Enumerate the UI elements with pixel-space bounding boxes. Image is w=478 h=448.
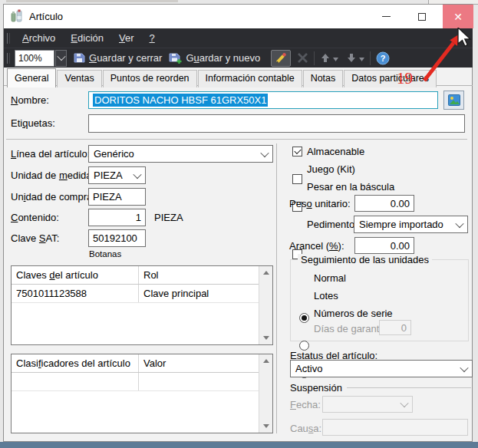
window-title: Artículo (29, 11, 63, 22)
claves-table-header: Claves del artículo Rol (12, 266, 259, 285)
column-divider (276, 143, 277, 433)
picture-icon (448, 94, 460, 106)
minimize-button[interactable] (369, 5, 404, 28)
clasificadores-table[interactable]: Clasificadores del artículo Valor (11, 354, 273, 433)
tab-general[interactable]: General (7, 68, 56, 87)
linea-label: Línea del artículo: (11, 148, 90, 160)
radio-normal-label: Normal (314, 272, 346, 284)
peso-unitario-label: Peso unitario: (289, 198, 351, 209)
chevron-down-icon (260, 148, 269, 156)
menu-edicion[interactable]: Edición (63, 32, 111, 44)
toolbar-separator (314, 51, 315, 65)
clave-sat-label: Clave SAT: (11, 232, 59, 244)
seguimiento-title: Seguimiento de las unidades (298, 254, 432, 265)
tab-notas[interactable]: Notas (303, 70, 344, 87)
image-button[interactable] (443, 91, 464, 110)
clasificador-cell (12, 373, 139, 390)
juego-label: Juego (Kit) (307, 163, 355, 175)
unidad-medida-label: Unidad de medida: (11, 170, 94, 181)
arrow-down-caret-icon (359, 58, 364, 61)
menu-archivo[interactable]: Archivo (15, 32, 63, 44)
etiquetas-input[interactable] (88, 114, 465, 133)
juego-checkbox[interactable] (292, 174, 302, 184)
claves-col2-header: Rol (139, 269, 259, 281)
dias-garantia-input[interactable]: 0 (379, 320, 411, 335)
clave-sat-descripcion: Botanas (89, 249, 121, 259)
move-up-button[interactable] (320, 52, 338, 64)
scroll-down-icon[interactable] (263, 424, 269, 428)
zoom-dropdown-button[interactable] (55, 50, 67, 67)
app-icon (10, 9, 24, 23)
etiquetas-label: Etiquetas: (11, 117, 55, 129)
unidad-medida-select[interactable]: PIEZA (88, 166, 146, 184)
almacenable-checkbox[interactable] (292, 147, 302, 156)
causa-input[interactable] (322, 419, 468, 436)
pencil-icon (275, 52, 287, 64)
tab-ventas[interactable]: Ventas (57, 70, 101, 87)
menu-help[interactable]: ? (142, 32, 163, 44)
arrow-up-caret-icon (333, 58, 338, 61)
save-icon (73, 51, 86, 64)
scroll-down-icon[interactable] (263, 336, 269, 340)
tab-datos-particulares[interactable]: Datos particulares (344, 70, 437, 87)
rol-cell: Clave principal (139, 288, 259, 299)
delete-button[interactable] (297, 52, 308, 64)
zoom-value[interactable]: 100% (15, 50, 54, 67)
linea-select[interactable]: Genérico (88, 145, 273, 163)
help-button[interactable]: ? (376, 51, 390, 65)
nombre-label: Nombre: (11, 94, 49, 106)
tab-informacion-contable[interactable]: Información contable (198, 70, 302, 87)
save-new-label: Guardar y nuevo (186, 52, 260, 64)
contenido-label: Contenido: (11, 212, 59, 223)
desktop-strip (0, 442, 478, 448)
section-separator (6, 139, 467, 140)
peso-unitario-input[interactable]: 0.00 (354, 195, 414, 212)
toolbar-gripper[interactable] (7, 53, 10, 64)
table-row[interactable]: 7501011123588 Clave principal (12, 285, 259, 303)
nombre-selected-text: DORITOS NACHO HBSF 61GRX50X1 (93, 94, 268, 107)
maximize-button[interactable] (404, 5, 439, 28)
save-new-button[interactable]: Guardar y nuevo (168, 51, 266, 64)
table-row[interactable] (12, 373, 259, 391)
claves-table[interactable]: Claves del artículo Rol 7501011123588 Cl… (11, 265, 273, 345)
scroll-up-icon[interactable] (263, 271, 269, 275)
nombre-input[interactable]: DORITOS NACHO HBSF 61GRX50X1 (88, 91, 438, 109)
chevron-down-icon (460, 363, 468, 371)
fecha-select[interactable] (322, 396, 413, 413)
pesar-label: Pesar en la báscula (307, 181, 394, 193)
delete-x-icon (297, 52, 308, 64)
suspension-title: Suspensión (290, 382, 342, 394)
close-button[interactable]: ✕ (443, 5, 473, 28)
pedimentos-select[interactable]: Siempre importado (354, 216, 468, 233)
toolbar-separator-2 (370, 51, 371, 65)
arancel-input[interactable]: 0.00 (354, 237, 414, 254)
zoom-combobox[interactable]: 100% (15, 50, 67, 67)
chevron-down-icon (57, 51, 65, 60)
clasificadores-col2-header: Valor (139, 357, 259, 369)
chevron-down-icon (455, 219, 463, 227)
clasificadores-scrollbar[interactable] (259, 354, 272, 433)
unidad-compra-input[interactable]: PIEZA (88, 188, 146, 206)
tab-puntos-de-reorden[interactable]: Puntos de reorden (103, 70, 197, 87)
contenido-input[interactable]: 1 (88, 209, 146, 226)
suspension-divider (347, 387, 471, 388)
claves-col1-header: Claves del artículo (12, 266, 139, 284)
move-down-button[interactable] (346, 52, 364, 64)
menu-gripper[interactable] (7, 33, 10, 44)
clasificadores-col1-header: Clasificadores del artículo (12, 354, 139, 372)
causa-label: Causa: (290, 423, 321, 434)
arrow-down-icon (346, 52, 357, 64)
claves-scrollbar[interactable] (259, 266, 272, 344)
clave-sat-input[interactable]: 50192100 (88, 229, 146, 247)
save-close-button[interactable]: Guardar y cerrar (73, 51, 168, 64)
arancel-label: Arancel (%): (289, 240, 344, 252)
estatus-select[interactable]: Activo (290, 360, 473, 377)
menu-ver[interactable]: Ver (111, 32, 142, 44)
tab-strip: General Ventas Puntos de reorden Informa… (7, 68, 437, 87)
chevron-down-icon (133, 170, 141, 178)
edit-button[interactable] (271, 50, 291, 67)
scroll-up-icon[interactable] (263, 359, 269, 363)
menu-bar: Archivo Edición Ver ? (4, 28, 473, 48)
unidad-compra-label: Unidad de compra: (11, 191, 95, 203)
radio-normal[interactable] (299, 313, 309, 323)
